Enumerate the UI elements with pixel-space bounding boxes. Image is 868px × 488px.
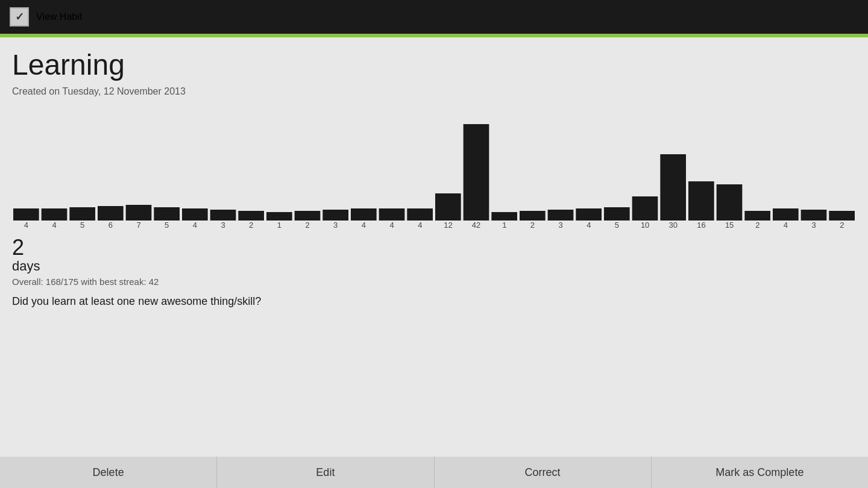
top-bar-title: View Habit [36, 11, 82, 22]
svg-rect-27 [773, 208, 799, 221]
svg-rect-24 [688, 181, 714, 221]
svg-rect-11 [322, 210, 348, 221]
streak-label: days [12, 258, 856, 274]
svg-rect-2 [69, 207, 95, 221]
bar-chart [12, 109, 856, 221]
mark-complete-button[interactable]: Mark as Complete [652, 457, 868, 488]
chart-label: 30 [659, 221, 687, 230]
chart-label: 5 [153, 221, 181, 230]
svg-rect-3 [98, 206, 124, 221]
chart-label: 5 [603, 221, 631, 230]
chart-label: 1 [265, 221, 294, 230]
chart-container: 445675432123444124212345103016152432 [12, 109, 856, 230]
chart-label: 6 [96, 221, 125, 230]
svg-rect-23 [660, 154, 686, 221]
chart-label: 2 [828, 221, 856, 230]
chart-label: 4 [406, 221, 434, 230]
svg-rect-29 [829, 211, 855, 221]
chart-label: 2 [294, 221, 322, 230]
habit-question: Did you learn at least one new awesome t… [12, 295, 856, 308]
svg-rect-13 [379, 208, 405, 221]
chart-label: 4 [40, 221, 69, 230]
stats-section: 2 days Overall: 168/175 with best streak… [12, 237, 856, 308]
chart-label: 3 [547, 221, 575, 230]
svg-rect-10 [295, 211, 321, 221]
streak-number: 2 [12, 237, 856, 258]
chart-label: 2 [518, 221, 547, 230]
svg-rect-0 [13, 208, 39, 221]
chart-label: 42 [462, 221, 491, 230]
svg-rect-15 [435, 193, 461, 221]
chart-label: 2 [237, 221, 265, 230]
main-content: Learning Created on Tuesday, 12 November… [0, 37, 868, 457]
chart-label: 4 [12, 221, 40, 230]
bottom-bar: Delete Edit Correct Mark as Complete [0, 457, 868, 488]
svg-rect-16 [464, 124, 489, 221]
chart-label: 4 [574, 221, 603, 230]
svg-rect-7 [210, 210, 236, 221]
chart-label: 7 [125, 221, 153, 230]
svg-rect-1 [42, 208, 68, 221]
chart-label: 16 [687, 221, 715, 230]
svg-rect-22 [632, 196, 658, 221]
chart-label: 12 [434, 221, 462, 230]
svg-rect-28 [801, 210, 827, 221]
correct-button[interactable]: Correct [435, 457, 652, 488]
checkbox-icon [10, 7, 29, 27]
svg-rect-19 [548, 210, 574, 221]
svg-rect-6 [182, 208, 208, 221]
overall-stats: Overall: 168/175 with best streak: 42 [12, 277, 856, 287]
svg-rect-20 [576, 208, 602, 221]
chart-labels: 445675432123444124212345103016152432 [12, 221, 856, 230]
svg-rect-18 [520, 211, 546, 221]
svg-rect-4 [126, 205, 152, 221]
chart-label: 3 [209, 221, 237, 230]
svg-rect-9 [266, 212, 292, 221]
chart-label: 4 [350, 221, 378, 230]
chart-label: 3 [321, 221, 350, 230]
top-bar: View Habit [0, 0, 868, 34]
delete-button[interactable]: Delete [0, 457, 217, 488]
chart-label: 2 [743, 221, 772, 230]
habit-title: Learning [12, 49, 856, 81]
chart-label: 4 [772, 221, 800, 230]
edit-button[interactable]: Edit [217, 457, 434, 488]
svg-rect-17 [491, 212, 517, 221]
chart-label: 15 [715, 221, 744, 230]
chart-label: 4 [181, 221, 209, 230]
chart-label: 4 [378, 221, 406, 230]
svg-rect-14 [407, 208, 433, 221]
chart-label: 5 [68, 221, 96, 230]
chart-label: 1 [490, 221, 518, 230]
svg-rect-26 [744, 211, 770, 221]
svg-rect-21 [604, 207, 630, 221]
chart-label: 10 [631, 221, 659, 230]
svg-rect-8 [238, 211, 264, 221]
svg-rect-25 [717, 184, 743, 221]
habit-created-date: Created on Tuesday, 12 November 2013 [12, 86, 856, 97]
svg-rect-12 [351, 208, 377, 221]
svg-rect-5 [154, 207, 180, 221]
chart-label: 3 [800, 221, 828, 230]
